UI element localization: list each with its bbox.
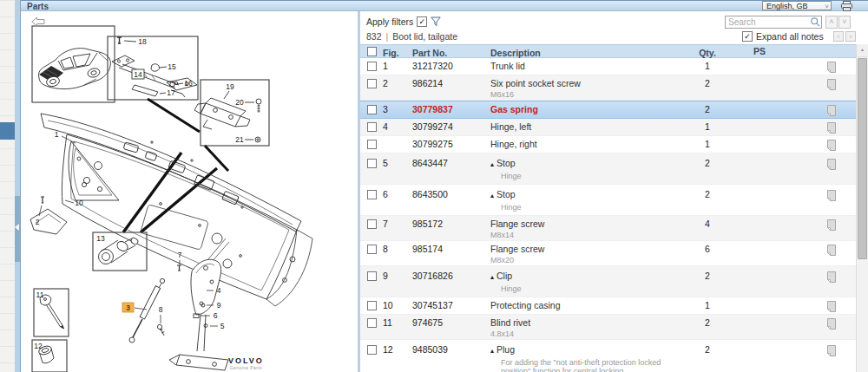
note-icon[interactable] bbox=[826, 62, 837, 75]
table-row[interactable]: 430799274Hinge, left1 bbox=[360, 119, 856, 136]
qty-cell: 2 bbox=[686, 76, 729, 99]
table-row[interactable]: 30799275Hinge, right1 bbox=[360, 136, 856, 153]
row-checkbox[interactable] bbox=[367, 190, 377, 199]
description-note: M8x14 bbox=[490, 231, 681, 239]
note-collapse-icon[interactable]: ▴ bbox=[490, 347, 494, 355]
description-cell: Flange screwM8x20 bbox=[490, 242, 686, 264]
note-collapse-icon[interactable]: ▴ bbox=[490, 192, 494, 199]
row-checkbox[interactable] bbox=[367, 301, 377, 310]
row-checkbox[interactable] bbox=[367, 79, 377, 88]
table-row[interactable]: 7985172Flange screwM8x144 bbox=[360, 216, 856, 241]
ps-cell bbox=[729, 59, 856, 74]
ps-cell bbox=[729, 76, 856, 99]
print-button[interactable] bbox=[840, 1, 854, 11]
row-checkbox[interactable] bbox=[367, 345, 377, 355]
fig-cell: 8 bbox=[383, 242, 412, 264]
note-icon[interactable] bbox=[826, 301, 837, 314]
note-icon[interactable] bbox=[826, 140, 837, 153]
note-icon[interactable] bbox=[826, 245, 837, 258]
part-no-cell: 985172 bbox=[412, 217, 490, 239]
note-icon[interactable] bbox=[826, 105, 837, 118]
description-text: Plug bbox=[496, 344, 515, 355]
description-cell: ▴ClipHinge bbox=[490, 269, 686, 293]
qty-cell: 2 bbox=[686, 156, 729, 180]
table-row[interactable]: 1030745137Protecting casing1 bbox=[360, 297, 856, 315]
table-row[interactable]: 330779837Gas spring2 bbox=[360, 101, 856, 119]
expand-notes-label: Expand all notes bbox=[756, 31, 824, 42]
col-header-part-no[interactable]: Part No. bbox=[412, 45, 490, 57]
callout-6: 6 bbox=[214, 311, 218, 320]
part-no-cell: 30716826 bbox=[412, 269, 490, 293]
description-note: Hinge bbox=[501, 284, 681, 293]
note-icon[interactable] bbox=[826, 190, 837, 203]
description-text: Blind rivet bbox=[490, 317, 530, 328]
row-checkbox[interactable] bbox=[367, 122, 377, 132]
note-icon[interactable] bbox=[826, 271, 837, 284]
filter-funnel-icon[interactable] bbox=[431, 16, 441, 27]
callout-19: 19 bbox=[226, 82, 234, 91]
search-icon[interactable] bbox=[810, 16, 821, 28]
description-cell: ▴StopHinge bbox=[490, 156, 686, 180]
row-checkbox[interactable] bbox=[367, 140, 377, 149]
parts-window: Parts English, GB ˅ bbox=[20, 0, 868, 372]
note-icon[interactable] bbox=[826, 219, 837, 232]
callout-4: 4 bbox=[217, 286, 221, 295]
col-header-description[interactable]: Description bbox=[490, 45, 686, 57]
callout-2: 2 bbox=[36, 218, 40, 226]
col-header-ps[interactable]: PS bbox=[729, 45, 856, 57]
description-text: Trunk lid bbox=[490, 61, 525, 71]
note-icon[interactable] bbox=[826, 318, 837, 331]
note-icon[interactable] bbox=[826, 122, 837, 135]
back-button[interactable] bbox=[31, 16, 45, 27]
description-cell: ▴PlugFor adding the "not anti-theft prot… bbox=[490, 343, 686, 372]
note-collapse-icon[interactable]: ▴ bbox=[490, 160, 494, 168]
table-row[interactable]: 131217320Trunk lid1 bbox=[360, 58, 856, 75]
row-checkbox[interactable] bbox=[367, 318, 377, 328]
table-row[interactable]: 11974675Blind rivet4.8x142 bbox=[360, 315, 856, 340]
qty-cell: 1 bbox=[686, 120, 729, 134]
search-box[interactable] bbox=[725, 16, 822, 29]
note-icon[interactable] bbox=[826, 159, 837, 172]
table-scrollbar[interactable]: ▲ bbox=[856, 44, 868, 372]
callout-18: 18 bbox=[138, 37, 147, 46]
search-input[interactable] bbox=[726, 17, 810, 27]
col-header-qty[interactable]: Qty. bbox=[686, 45, 729, 57]
row-checkbox[interactable] bbox=[367, 159, 377, 168]
note-icon[interactable] bbox=[826, 345, 837, 358]
table-row[interactable]: 2986214Six point socket screwM6x162 bbox=[360, 75, 856, 101]
table-row[interactable]: 930716826▴ClipHinge2 bbox=[360, 266, 856, 297]
find-previous-button[interactable]: ˄ bbox=[825, 16, 838, 29]
prev-section-button[interactable]: ‹ bbox=[833, 31, 844, 42]
part-no-cell: 30799275 bbox=[412, 137, 490, 152]
description-cell: Six point socket screwM6x16 bbox=[490, 76, 686, 99]
window-title: Parts bbox=[27, 2, 49, 11]
part-no-cell: 30745137 bbox=[412, 298, 490, 313]
col-header-fig[interactable]: Fig. bbox=[383, 45, 412, 57]
table-row[interactable]: 8985174Flange screwM8x206 bbox=[360, 241, 856, 266]
apply-filters-checkbox[interactable]: ✓ bbox=[417, 16, 427, 27]
next-section-button[interactable]: › bbox=[845, 31, 856, 42]
row-checkbox[interactable] bbox=[367, 105, 377, 114]
table-row[interactable]: 129485039▴PlugFor adding the "not anti-t… bbox=[360, 340, 856, 372]
fig-cell: 5 bbox=[383, 156, 412, 180]
scrollbar-thumb[interactable] bbox=[858, 58, 867, 259]
brand-logo: VOLVO Genuine Parts bbox=[228, 357, 264, 371]
table-row[interactable]: 58643447▴StopHinge2 bbox=[360, 153, 856, 185]
callout-16: 16 bbox=[184, 79, 193, 88]
language-selector[interactable]: English, GB ˅ bbox=[762, 1, 832, 10]
scroll-up-button[interactable]: ▲ bbox=[857, 44, 868, 57]
description-cell: Protecting casing bbox=[490, 298, 686, 313]
row-checkbox[interactable] bbox=[367, 271, 377, 281]
row-checkbox[interactable] bbox=[367, 62, 377, 71]
table-row[interactable]: 68643500▴StopHinge2 bbox=[360, 185, 856, 216]
row-checkbox[interactable] bbox=[367, 219, 377, 229]
callout-14: 14 bbox=[134, 70, 142, 79]
note-icon[interactable] bbox=[826, 79, 837, 92]
brand-name: VOLVO bbox=[228, 357, 264, 364]
note-collapse-icon[interactable]: ▴ bbox=[490, 273, 494, 281]
row-checkbox[interactable] bbox=[367, 245, 377, 254]
qty-cell: 2 bbox=[686, 187, 729, 212]
expand-notes-checkbox[interactable]: ✓ bbox=[742, 31, 753, 42]
find-next-button[interactable]: ˅ bbox=[838, 16, 851, 29]
select-all-checkbox[interactable] bbox=[367, 47, 377, 56]
